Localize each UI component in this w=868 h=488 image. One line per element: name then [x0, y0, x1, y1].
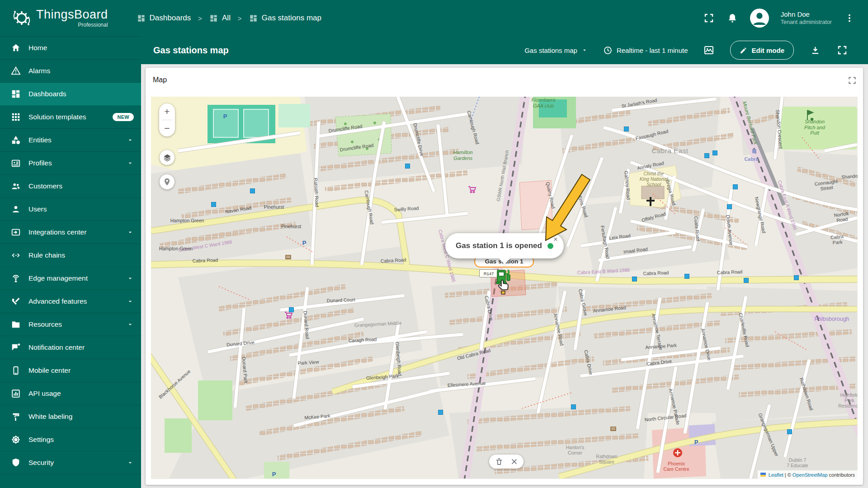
- sidebar-item-label: Edge management: [28, 274, 88, 282]
- dashboards-icon: [11, 89, 21, 99]
- delete-marker-icon[interactable]: [495, 458, 503, 466]
- widget-fullscreen-icon[interactable]: [848, 76, 857, 85]
- pencil-icon: [740, 47, 747, 54]
- sidebar-item-security[interactable]: Security: [0, 451, 141, 474]
- osm-link[interactable]: OpenStreetMap: [793, 472, 828, 478]
- ukraine-flag-icon: [760, 473, 766, 477]
- alarm-icon: [11, 66, 21, 76]
- sidebar-item-label: API usage: [28, 389, 61, 398]
- close-edit-icon[interactable]: [510, 458, 518, 465]
- dashboard-icon: [137, 14, 146, 23]
- map-marker-blue: [571, 404, 576, 409]
- map-locate-button[interactable]: [160, 174, 175, 189]
- sidebar-item-rule-chains[interactable]: Rule chains: [0, 244, 141, 267]
- edit-mode-button[interactable]: Edit mode: [730, 41, 794, 60]
- dashboard-toolbar: Gas stations map Gas stations map Realti…: [141, 36, 868, 64]
- sidebar-item-customers[interactable]: Customers: [0, 175, 141, 198]
- map-marker-blue: [250, 188, 255, 193]
- map-marker-blue: [211, 202, 216, 207]
- zoom-in-button[interactable]: +: [159, 103, 175, 120]
- map-attribution: Leaflet | © OpenStreetMap contributors: [758, 470, 858, 479]
- map-marker-blue: [733, 184, 738, 189]
- profiles-icon: [11, 158, 21, 168]
- sidebar-item-label: Customers: [28, 182, 62, 190]
- zoom-out-button[interactable]: −: [159, 120, 175, 136]
- thingsboard-gear-icon: [12, 8, 32, 28]
- breadcrumb-item[interactable]: Gas stations map: [249, 14, 321, 23]
- sidebar-item-entities[interactable]: Entities: [0, 129, 141, 152]
- sidebar-item-label: Profiles: [28, 159, 52, 167]
- leaflet-map[interactable]: Cabra RoadCabra RoadCabra East B Ward 19…: [151, 97, 858, 479]
- sidebar-item-edge-management[interactable]: Edge management: [0, 267, 141, 290]
- leaflet-link[interactable]: Leaflet: [769, 472, 783, 478]
- map-zoom-control: + −: [159, 103, 175, 136]
- user-info[interactable]: John Doe Tenant administrator: [781, 10, 832, 26]
- gas-station-marker[interactable]: [495, 267, 513, 285]
- chevron-down-icon: [127, 298, 134, 305]
- sidebar-item-notification-center[interactable]: Notification center: [0, 336, 141, 359]
- map-marker-blue: [289, 307, 294, 312]
- fullscreen-icon[interactable]: [703, 12, 715, 24]
- notifications-icon: [11, 343, 21, 352]
- mobile-icon: [11, 366, 21, 375]
- sidebar-item-profiles[interactable]: Profiles: [0, 152, 141, 175]
- map-marker-blue: [624, 127, 629, 131]
- sidebar-item-mobile-center[interactable]: Mobile center: [0, 359, 141, 382]
- sidebar-item-advanced-features[interactable]: Advanced features: [0, 290, 141, 313]
- user-role: Tenant administrator: [781, 19, 832, 26]
- sidebar-item-users[interactable]: Users: [0, 198, 141, 221]
- security-icon: [11, 458, 21, 468]
- advanced-icon: [11, 296, 21, 306]
- chevron-down-icon: [127, 160, 134, 167]
- templates-icon: [11, 112, 21, 122]
- sidebar-item-label: Advanced features: [28, 297, 87, 305]
- map-marker-blue: [704, 153, 709, 158]
- sidebar-item-home[interactable]: Home: [0, 37, 141, 60]
- sidebar-item-integrations-center[interactable]: Integrations center: [0, 221, 141, 244]
- breadcrumb-item[interactable]: All: [209, 14, 231, 23]
- dashboard-selector[interactable]: Gas stations map: [524, 47, 588, 54]
- user-avatar[interactable]: [750, 9, 769, 28]
- sidebar-item-label: Entities: [28, 136, 52, 144]
- map-marker-blue: [727, 204, 732, 209]
- map-marker-blue: [787, 429, 792, 434]
- sidebar-item-label: Alarms: [28, 67, 50, 75]
- sidebar-item-api-usage[interactable]: API usage: [0, 382, 141, 405]
- sidebar: Home Alarms Dashboards Solution template…: [0, 36, 141, 488]
- sidebar-item-label: Solution templates: [28, 113, 86, 121]
- toolbar-fullscreen-icon[interactable]: [836, 44, 848, 56]
- sidebar-item-resources[interactable]: Resources: [0, 313, 141, 336]
- sidebar-item-label: Rule chains: [28, 251, 65, 259]
- map-layers-button[interactable]: [160, 150, 175, 165]
- app-header: ThingsBoard Professional Dashboards>All>…: [0, 0, 868, 36]
- sidebar-item-settings[interactable]: Settings: [0, 428, 141, 451]
- tooltip-close-icon[interactable]: ×: [553, 235, 558, 244]
- sidebar-item-alarms[interactable]: Alarms: [0, 60, 141, 83]
- customers-icon: [11, 181, 21, 191]
- sidebar-item-label: Mobile center: [28, 366, 71, 375]
- sidebar-item-dashboards[interactable]: Dashboards: [0, 83, 141, 106]
- marker-edit-toolbar: [489, 455, 524, 469]
- map-widget-header: Map: [146, 68, 863, 97]
- more-vert-icon[interactable]: [844, 12, 855, 24]
- breadcrumb-item[interactable]: Dashboards: [137, 14, 191, 23]
- notifications-bell-icon[interactable]: [726, 12, 738, 24]
- download-icon[interactable]: [809, 44, 821, 56]
- sidebar-item-label: White labeling: [28, 413, 72, 421]
- clock-icon: [603, 46, 613, 55]
- library-icon: [610, 427, 616, 431]
- map-marker-blue: [438, 410, 443, 415]
- whitelabel-icon: [11, 412, 21, 422]
- page-title: Gas stations map: [153, 45, 229, 56]
- time-window-button[interactable]: Realtime - last 1 minute: [603, 46, 688, 55]
- map-marker-blue: [405, 164, 410, 169]
- sidebar-item-white-labeling[interactable]: White labeling: [0, 405, 141, 428]
- image-gallery-icon[interactable]: [703, 44, 715, 56]
- marker-tooltip: Gas station 1 is opened ×: [445, 233, 564, 258]
- resources-icon: [11, 319, 21, 329]
- home-icon: [11, 43, 21, 53]
- chevron-down-icon: [127, 321, 134, 328]
- thingsboard-logo[interactable]: ThingsBoard Professional: [0, 8, 108, 28]
- sidebar-item-solution-templates[interactable]: Solution templatesNEW: [0, 106, 141, 129]
- widget-title: Map: [153, 76, 167, 84]
